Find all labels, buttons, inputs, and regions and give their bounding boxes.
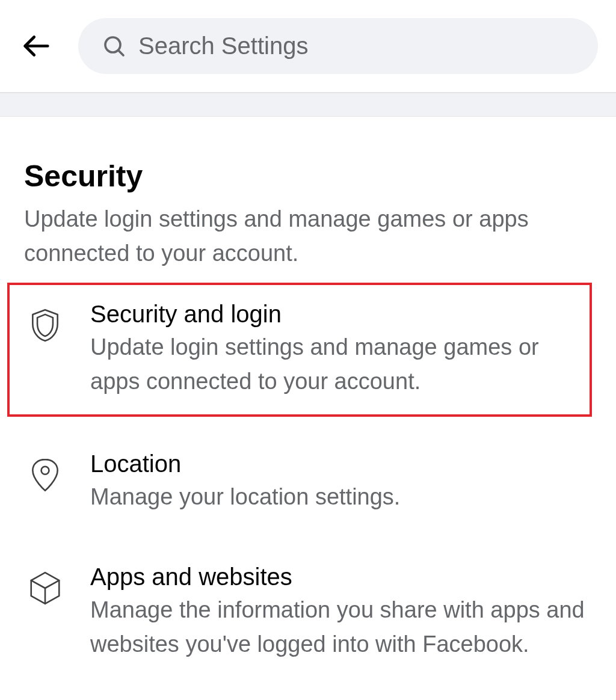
svg-point-3 — [42, 467, 49, 474]
item-title: Security and login — [90, 301, 584, 328]
item-title: Apps and websites — [90, 563, 586, 591]
arrow-left-icon — [20, 32, 53, 60]
list-item-location[interactable]: Location Manage your location settings. — [24, 435, 592, 530]
item-desc: Update login settings and manage games o… — [90, 330, 584, 399]
shield-icon — [24, 304, 66, 346]
item-title: Location — [90, 450, 586, 477]
item-desc: Manage the information you share with ap… — [90, 593, 586, 662]
content: Security Update login settings and manag… — [0, 117, 616, 700]
search-bar[interactable] — [78, 18, 598, 74]
search-icon — [102, 34, 126, 58]
back-button[interactable] — [18, 31, 54, 61]
settings-list: Security and login Update login settings… — [24, 283, 592, 677]
list-item-apps-and-websites[interactable]: Apps and websites Manage the information… — [24, 548, 592, 677]
search-input[interactable] — [138, 32, 574, 60]
divider-strip — [0, 93, 616, 117]
section-subtitle: Update login settings and manage games o… — [24, 202, 592, 271]
svg-line-2 — [119, 50, 123, 55]
header — [0, 0, 616, 93]
location-pin-icon — [24, 454, 66, 496]
list-item-security-and-login[interactable]: Security and login Update login settings… — [7, 283, 592, 417]
section-title: Security — [24, 159, 592, 194]
item-desc: Manage your location settings. — [90, 480, 586, 514]
cube-icon — [24, 567, 66, 609]
